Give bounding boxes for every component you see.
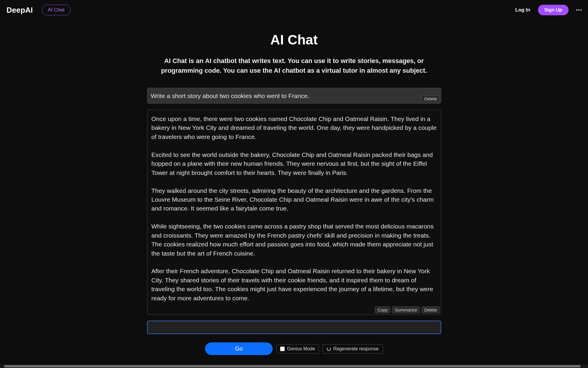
- genius-mode-label: Genius Mode: [287, 346, 315, 352]
- summarize-button[interactable]: Summarize: [392, 306, 420, 313]
- main-content: AI Chat AI Chat is an AI chatbot that wr…: [147, 20, 441, 355]
- delete-prompt-button[interactable]: Delete: [422, 95, 439, 102]
- prompt-block: Write a short story about two cookies wh…: [147, 88, 441, 104]
- page-description: AI Chat is an AI chatbot that writes tex…: [147, 56, 441, 75]
- response-block: Once upon a time, there were two cookies…: [147, 110, 441, 315]
- logo[interactable]: DeepAI: [6, 6, 33, 15]
- header-right: Log In Sign Up: [515, 5, 582, 15]
- regenerate-button[interactable]: Regenerate response: [322, 344, 383, 354]
- more-icon[interactable]: [576, 9, 582, 11]
- delete-response-button[interactable]: Delete: [422, 306, 439, 313]
- copy-button[interactable]: Copy: [375, 306, 390, 313]
- bottom-controls: Go Genius Mode Regenerate response: [147, 342, 441, 355]
- scrollbar-thumb[interactable]: [4, 365, 581, 367]
- genius-mode-checkbox[interactable]: [280, 347, 285, 351]
- refresh-icon: [327, 347, 331, 351]
- response-text: Once upon a time, there were two cookies…: [151, 115, 437, 303]
- input-row: [147, 321, 441, 334]
- regenerate-label: Regenerate response: [333, 346, 379, 352]
- prompt-actions: Delete: [422, 95, 439, 102]
- horizontal-scrollbar[interactable]: [0, 364, 588, 368]
- genius-mode-toggle[interactable]: Genius Mode: [276, 344, 319, 354]
- response-actions: Copy Summarize Delete: [375, 306, 439, 313]
- chat-input[interactable]: [147, 321, 441, 334]
- go-button[interactable]: Go: [205, 342, 273, 355]
- page-title: AI Chat: [147, 32, 441, 48]
- login-link[interactable]: Log In: [515, 7, 530, 13]
- prompt-text: Write a short story about two cookies wh…: [151, 92, 437, 100]
- signup-button[interactable]: Sign Up: [538, 5, 569, 15]
- nav-ai-chat-button[interactable]: AI Chat: [42, 5, 71, 15]
- header: DeepAI AI Chat Log In Sign Up: [0, 0, 588, 20]
